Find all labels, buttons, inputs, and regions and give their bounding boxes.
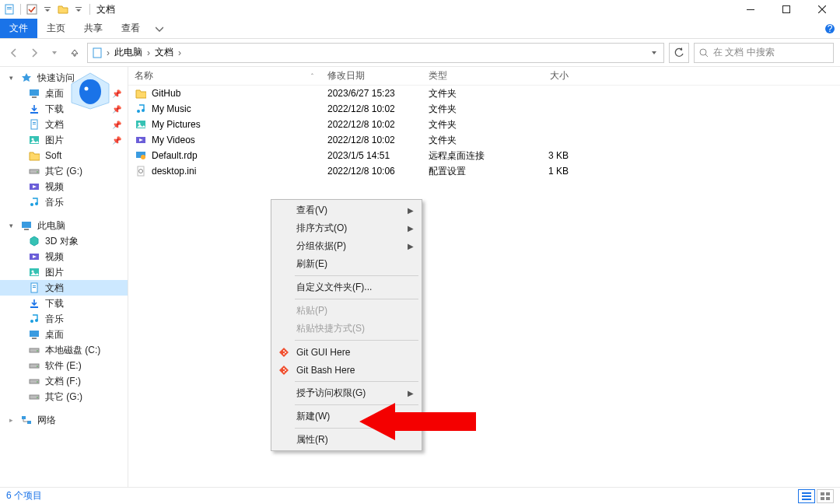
maximize-button[interactable]: [768, 0, 804, 19]
context-menu-item[interactable]: 分组依据(P)▶: [273, 237, 420, 255]
file-row[interactable]: GitHub2023/6/27 15:23文件夹: [128, 86, 840, 101]
tab-share[interactable]: 共享: [75, 19, 112, 38]
sidebar-item-label: 文档: [45, 282, 64, 295]
chevron-right-icon[interactable]: ›: [107, 47, 110, 58]
sidebar-item[interactable]: 文档: [0, 280, 128, 296]
sidebar-item[interactable]: 音乐: [0, 311, 128, 327]
nav-back-button[interactable]: [6, 45, 22, 61]
sidebar-item[interactable]: 下载📌: [0, 101, 128, 117]
video-icon: [135, 134, 147, 146]
context-menu-item[interactable]: 新建(W)▶: [273, 408, 420, 425]
sidebar-item[interactable]: 其它 (G:): [0, 163, 128, 179]
svg-rect-2: [7, 9, 12, 9]
context-menu-item[interactable]: 查看(V)▶: [273, 201, 420, 219]
context-menu-item[interactable]: 自定义文件夹(F)...: [273, 278, 420, 296]
pin-icon: 📌: [112, 105, 121, 114]
svg-point-44: [37, 366, 38, 367]
pictures-icon: [28, 266, 40, 278]
nav-up-button[interactable]: [67, 45, 82, 61]
sidebar-quick-access[interactable]: ▾ 快速访问: [0, 70, 128, 86]
sidebar-item[interactable]: 下载: [0, 296, 128, 311]
file-row[interactable]: My Videos2022/12/8 10:02文件夹: [128, 132, 840, 148]
context-menu-item[interactable]: 属性(R): [273, 431, 420, 449]
sidebar-item[interactable]: 软件 (E:): [0, 358, 128, 373]
git-icon: [278, 346, 290, 359]
context-menu-item[interactable]: 排序方式(O)▶: [273, 219, 420, 237]
context-menu-item[interactable]: Git GUI Here: [273, 343, 420, 361]
svg-point-48: [37, 397, 38, 398]
sidebar-item[interactable]: 桌面: [0, 327, 128, 342]
sidebar-item[interactable]: 视频: [0, 249, 128, 264]
file-row[interactable]: Default.rdp2023/1/5 14:51远程桌面连接3 KB: [128, 148, 840, 163]
tab-file[interactable]: 文件: [0, 19, 37, 38]
svg-rect-10: [93, 48, 101, 58]
sidebar-item[interactable]: 图片: [0, 264, 128, 280]
nav-forward-button[interactable]: [26, 45, 42, 61]
tab-view[interactable]: 查看: [112, 19, 149, 38]
menu-separator: [295, 275, 418, 276]
sort-indicator-icon: ˆ: [311, 72, 313, 80]
svg-rect-20: [33, 124, 36, 124]
nav-recent-icon[interactable]: [47, 45, 62, 61]
svg-point-62: [283, 353, 285, 355]
close-button[interactable]: [804, 0, 840, 19]
menu-separator: [295, 381, 418, 382]
sidebar-this-pc[interactable]: ▾ 此电脑: [0, 218, 128, 233]
column-type[interactable]: 类型: [422, 69, 516, 82]
download-icon: [28, 297, 40, 310]
menu-item-label: Git Bash Here: [296, 365, 355, 376]
chevron-right-icon[interactable]: ›: [178, 47, 181, 58]
sidebar-item[interactable]: 图片📌: [0, 132, 128, 148]
context-menu-item[interactable]: Git Bash Here: [273, 361, 420, 379]
breadcrumb[interactable]: 文档: [153, 46, 175, 59]
ribbon-collapse-icon[interactable]: [149, 19, 170, 38]
sidebar-item[interactable]: 音乐: [0, 194, 128, 210]
file-row[interactable]: desktop.ini2022/12/8 10:06配置设置1 KB: [128, 163, 840, 179]
context-menu-item: 粘贴(P): [273, 302, 420, 320]
sidebar-item[interactable]: 文档 (F:): [0, 373, 128, 389]
column-name[interactable]: 名称ˆ: [128, 69, 321, 82]
file-name: My Videos: [152, 135, 195, 145]
search-input[interactable]: 在 文档 中搜索: [694, 43, 834, 63]
context-menu-item[interactable]: 刷新(E): [273, 255, 420, 273]
column-size[interactable]: 大小: [516, 69, 578, 82]
sidebar-network[interactable]: ▸ 网络: [0, 412, 128, 428]
refresh-button[interactable]: [669, 43, 689, 63]
help-icon[interactable]: ?: [820, 19, 840, 38]
column-date[interactable]: 修改日期: [321, 69, 422, 82]
sidebar-item[interactable]: 文档📌: [0, 117, 128, 132]
sidebar-item[interactable]: 本地磁盘 (C:): [0, 342, 128, 358]
details-view-button[interactable]: [798, 489, 815, 503]
svg-point-57: [141, 155, 145, 159]
menu-item-label: 授予访问权限(G): [296, 387, 366, 400]
qat-dropdown-icon[interactable]: [72, 3, 85, 16]
breadcrumb[interactable]: 此电脑: [113, 46, 144, 59]
file-row[interactable]: My Music2022/12/8 10:02文件夹: [128, 101, 840, 117]
menu-separator: [295, 428, 418, 429]
sidebar-item[interactable]: 3D 对象: [0, 233, 128, 249]
chevron-right-icon[interactable]: ›: [147, 47, 150, 58]
tab-home[interactable]: 主页: [37, 19, 75, 38]
file-date: 2022/12/8 10:02: [321, 103, 422, 114]
icons-view-button[interactable]: [817, 489, 834, 503]
sidebar-item[interactable]: 视频: [0, 179, 128, 194]
quick-access-toolbar: [3, 3, 92, 16]
sidebar-item[interactable]: 其它 (G:): [0, 389, 128, 404]
sidebar-item[interactable]: Soft: [0, 148, 128, 163]
checkbox-icon[interactable]: [26, 3, 38, 16]
file-type: 文件夹: [422, 134, 516, 147]
address-dropdown-icon[interactable]: [648, 50, 660, 56]
minimize-button[interactable]: [733, 0, 768, 19]
menu-item-label: 查看(V): [296, 204, 327, 217]
file-date: 2022/12/8 10:06: [321, 166, 422, 177]
sidebar-item[interactable]: 桌面📌: [0, 86, 128, 101]
context-menu-item[interactable]: 授予访问权限(G)▶: [273, 384, 420, 402]
address-bar[interactable]: › 此电脑 › 文档 ›: [87, 43, 664, 63]
file-row[interactable]: My Pictures2022/12/8 10:02文件夹: [128, 117, 840, 132]
sidebar-item-label: 视频: [45, 180, 64, 194]
sidebar: ▾ 快速访问 桌面📌下载📌文档📌图片📌Soft其它 (G:)视频音乐 ▾ 此电脑…: [0, 67, 128, 487]
qat-dropdown-icon[interactable]: [41, 3, 54, 16]
svg-point-37: [30, 320, 33, 323]
svg-point-61: [285, 352, 286, 353]
pin-icon: 📌: [112, 136, 121, 145]
